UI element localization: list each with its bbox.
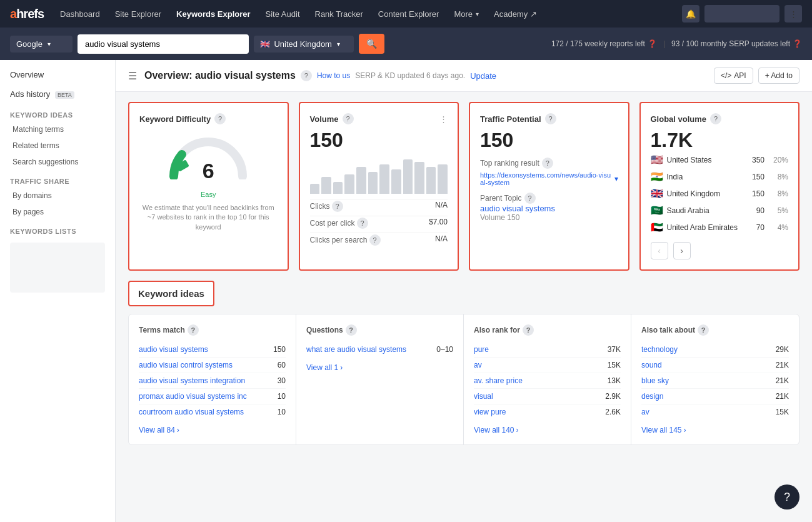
nav-site-audit[interactable]: Site Audit <box>259 0 306 28</box>
tp-dropdown-icon[interactable]: ▾ <box>614 174 618 183</box>
nav-academy[interactable]: Academy ↗ <box>488 0 543 28</box>
search-button[interactable]: 🔍 <box>359 34 384 54</box>
volume-bar <box>333 182 343 194</box>
sidebar-item-matching-terms[interactable]: Matching terms <box>0 121 115 138</box>
idea-link[interactable]: av <box>641 408 649 416</box>
clicks-help-icon[interactable]: ? <box>332 201 343 212</box>
kd-help-icon[interactable]: ? <box>214 113 226 124</box>
idea-link[interactable]: av. share price <box>474 376 523 385</box>
help-bubble[interactable]: ? <box>774 484 799 509</box>
idea-row: courtroom audio visual systems 10 <box>139 404 286 419</box>
gv-prev-button[interactable]: ‹ <box>651 242 668 259</box>
api-button[interactable]: </> API <box>714 68 753 84</box>
tp-top-help-icon[interactable]: ? <box>542 158 553 169</box>
nav-bell-icon[interactable]: 🔔 <box>682 5 699 23</box>
add-to-button[interactable]: + Add to <box>758 68 799 84</box>
weekly-reports: 172 / 175 weekly reports left <box>551 39 645 48</box>
sidebar-item-related-terms[interactable]: Related terms <box>0 138 115 154</box>
also-talk-help-icon[interactable]: ? <box>698 324 709 336</box>
sidebar-item-overview[interactable]: Overview <box>0 65 115 84</box>
idea-row: visual 2.9K <box>474 389 621 404</box>
idea-link[interactable]: visual <box>474 392 493 401</box>
weekly-help-icon[interactable]: ❓ <box>648 39 657 48</box>
tp-top-ranking-label: Top ranking result ? <box>480 158 618 169</box>
nav-site-explorer[interactable]: Site Explorer <box>109 0 168 28</box>
volume-bar <box>344 174 354 194</box>
sidebar-item-ads-history[interactable]: Ads history BETA <box>0 84 115 104</box>
keyword-ideas-header: Keyword ideas <box>128 281 214 306</box>
idea-link[interactable]: view pure <box>474 408 506 416</box>
monthly-serp: 93 / 100 monthly SERP updates left <box>671 39 790 48</box>
search-input[interactable] <box>78 34 249 54</box>
idea-value: 29K <box>776 345 789 354</box>
idea-link[interactable]: design <box>641 392 663 401</box>
idea-link[interactable]: pure <box>474 345 489 354</box>
volume-help-icon[interactable]: ? <box>343 113 354 124</box>
also-rank-help-icon[interactable]: ? <box>523 324 534 336</box>
logo[interactable]: ahrefs <box>10 7 44 21</box>
page-help-icon[interactable]: ? <box>301 70 312 81</box>
country-flag: 🇸🇦 <box>651 204 663 216</box>
monthly-help-icon[interactable]: ❓ <box>793 39 802 48</box>
idea-link[interactable]: audio visual control systems <box>139 361 233 369</box>
questions-header: Questions ? <box>306 324 453 336</box>
country-count: 90 <box>756 206 764 215</box>
nav-content-explorer[interactable]: Content Explorer <box>372 0 446 28</box>
sidebar-item-by-pages[interactable]: By pages <box>0 204 115 220</box>
terms-match-items: audio visual systems 150 audio visual co… <box>139 342 286 419</box>
nav-dashboard[interactable]: Dashboard <box>54 0 106 28</box>
idea-link[interactable]: promax audio visual systems inc <box>139 392 247 401</box>
idea-link[interactable]: courtroom audio visual systems <box>139 408 244 416</box>
terms-match-help-icon[interactable]: ? <box>188 324 199 336</box>
terms-match-chevron-icon: › <box>177 426 179 434</box>
idea-link[interactable]: what are audio visual systems <box>306 345 406 354</box>
how-to-link[interactable]: How to us <box>317 71 350 80</box>
cps-help-icon[interactable]: ? <box>369 234 381 246</box>
idea-link[interactable]: audio visual systems integration <box>139 376 245 385</box>
tp-top-ranking-link[interactable]: https://dexonsystems.com/news/audio-visu… <box>480 171 618 186</box>
nav-rank-tracker[interactable]: Rank Tracker <box>309 0 369 28</box>
gv-help-icon[interactable]: ? <box>710 113 721 124</box>
volume-more-icon[interactable]: ⋮ <box>439 114 448 124</box>
gv-country-row: 🇦🇪 United Arab Emirates 70 4% <box>651 219 789 236</box>
main-layout: Overview Ads history BETA Keyword ideas … <box>0 60 812 522</box>
engine-select[interactable]: Google ▾ <box>10 36 73 53</box>
cpc-help-icon[interactable]: ? <box>357 218 368 229</box>
update-link[interactable]: Update <box>470 71 496 81</box>
idea-row: sound 21K <box>641 358 789 373</box>
gv-next-button[interactable]: › <box>673 242 691 259</box>
terms-match-view-all-link[interactable]: View all 84 › <box>139 426 179 434</box>
idea-link[interactable]: av <box>474 361 482 369</box>
tp-parent-topic-link[interactable]: audio visual systems <box>480 204 618 213</box>
tp-parent-help-icon[interactable]: ? <box>524 193 536 204</box>
global-volume-card: Global volume ? 1.7K 🇺🇸 United States 35… <box>639 102 800 271</box>
questions-col: Questions ? what are audio visual system… <box>296 314 464 444</box>
idea-row: av 15K <box>641 404 789 419</box>
also-talk-view-all-link[interactable]: View all 145 › <box>641 426 686 434</box>
idea-value: 21K <box>776 392 789 401</box>
questions-view-all-link[interactable]: View all 1 › <box>306 363 343 372</box>
terms-match-header: Terms match ? <box>139 324 286 336</box>
idea-link[interactable]: technology <box>641 345 678 354</box>
nav-grid-icon[interactable]: ⋮ <box>784 5 802 23</box>
also-talk-items: technology 29K sound 21K blue sky 21K de… <box>641 342 789 419</box>
sidebar-item-by-domains[interactable]: By domains <box>0 188 115 204</box>
cpc-row: Cost per click ? $7.00 <box>310 216 448 230</box>
idea-row: promax audio visual systems inc 10 <box>139 389 286 404</box>
volume-value: 150 <box>310 129 448 151</box>
tp-help-icon[interactable]: ? <box>545 113 556 124</box>
kd-value: 6 <box>203 159 214 183</box>
nav-more[interactable]: More ▾ <box>448 0 485 28</box>
content-area: ☰ Overview: audio visual systems ? How t… <box>116 60 812 522</box>
sidebar-item-search-suggestions[interactable]: Search suggestions <box>0 154 115 170</box>
also-rank-view-all-link[interactable]: View all 140 › <box>474 426 519 434</box>
idea-link[interactable]: blue sky <box>641 376 669 385</box>
idea-link[interactable]: sound <box>641 361 662 369</box>
idea-row: pure 37K <box>474 342 621 358</box>
country-select[interactable]: 🇬🇧 United Kingdom ▾ <box>254 36 354 53</box>
hamburger-icon[interactable]: ☰ <box>128 70 137 82</box>
nav-keywords-explorer[interactable]: Keywords Explorer <box>170 0 257 28</box>
idea-link[interactable]: audio visual systems <box>139 345 208 354</box>
questions-help-icon[interactable]: ? <box>346 324 357 336</box>
nav-user-box[interactable] <box>704 5 779 23</box>
